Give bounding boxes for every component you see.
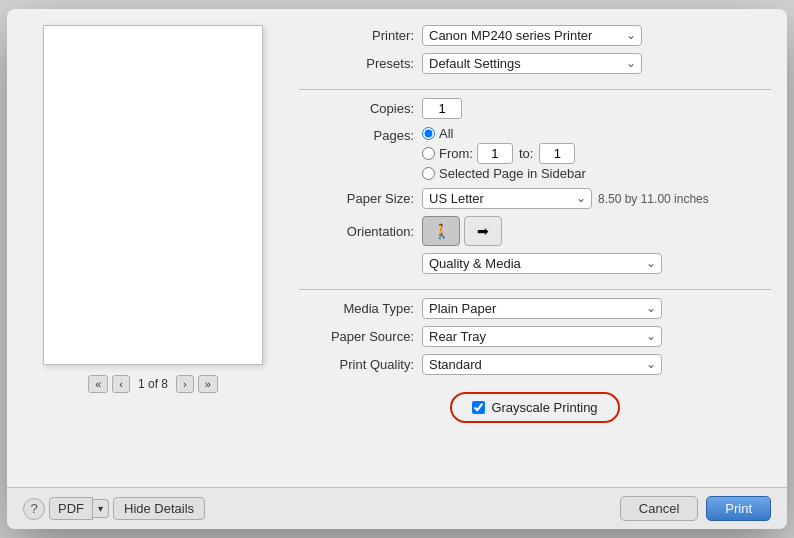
orientation-row: Orientation: 🚶 ➡ [299, 216, 771, 246]
pages-from-input[interactable] [477, 143, 513, 164]
paper-size-row: Paper Size: US Letter 8.50 by 11.00 inch… [299, 188, 771, 209]
page-preview [43, 25, 263, 365]
copies-input[interactable] [422, 98, 462, 119]
pages-from-radio[interactable] [422, 147, 435, 160]
orientation-section: 🚶 ➡ [422, 216, 502, 246]
paper-size-info: 8.50 by 11.00 inches [598, 192, 709, 206]
page-navigation: « ‹ 1 of 8 › » [88, 375, 218, 393]
pdf-arrow-button[interactable]: ▾ [93, 499, 109, 518]
print-quality-row: Print Quality: Standard [299, 354, 771, 375]
print-quality-select[interactable]: Standard [422, 354, 662, 375]
paper-size-select-wrapper[interactable]: US Letter [422, 188, 592, 209]
paper-source-label: Paper Source: [299, 329, 414, 344]
paper-size-label: Paper Size: [299, 191, 414, 206]
print-quality-select-wrapper[interactable]: Standard [422, 354, 662, 375]
media-type-select[interactable]: Plain Paper [422, 298, 662, 319]
section-select-wrapper[interactable]: Quality & Media [422, 253, 662, 274]
section-select[interactable]: Quality & Media [422, 253, 662, 274]
pages-section: All From: to: Selected Page in Sidebar [422, 126, 586, 181]
presets-label: Presets: [299, 56, 414, 71]
portrait-button[interactable]: 🚶 [422, 216, 460, 246]
print-quality-label: Print Quality: [299, 357, 414, 372]
paper-source-select[interactable]: Rear Tray [422, 326, 662, 347]
print-dialog: « ‹ 1 of 8 › » Printer: Canon MP240 seri… [7, 9, 787, 529]
pages-row: Pages: All From: to: Se [299, 126, 771, 181]
orientation-label: Orientation: [299, 224, 414, 239]
printer-select[interactable]: Canon MP240 series Printer [422, 25, 642, 46]
pages-to-label: to: [519, 146, 533, 161]
presets-select[interactable]: Default Settings [422, 53, 642, 74]
media-type-select-wrapper[interactable]: Plain Paper [422, 298, 662, 319]
pages-all-row: All [422, 126, 586, 141]
presets-row: Presets: Default Settings [299, 53, 771, 74]
help-button[interactable]: ? [23, 498, 45, 520]
first-page-button[interactable]: « [88, 375, 108, 393]
grayscale-label: Grayscale Printing [491, 400, 597, 415]
pages-sidebar-row: Selected Page in Sidebar [422, 166, 586, 181]
pages-range-row: From: to: [422, 143, 586, 164]
prev-page-button[interactable]: ‹ [112, 375, 130, 393]
presets-select-wrapper[interactable]: Default Settings [422, 53, 642, 74]
paper-source-row: Paper Source: Rear Tray [299, 326, 771, 347]
pdf-button[interactable]: PDF [49, 497, 93, 520]
pages-all-label: All [439, 126, 453, 141]
pages-sidebar-label: Selected Page in Sidebar [439, 166, 586, 181]
pages-label: Pages: [299, 128, 414, 143]
paper-source-select-wrapper[interactable]: Rear Tray [422, 326, 662, 347]
media-type-row: Media Type: Plain Paper [299, 298, 771, 319]
media-type-label: Media Type: [299, 301, 414, 316]
settings-panel: Printer: Canon MP240 series Printer Pres… [299, 25, 771, 471]
printer-select-wrapper[interactable]: Canon MP240 series Printer [422, 25, 642, 46]
copies-label: Copies: [299, 101, 414, 116]
next-page-button[interactable]: › [176, 375, 194, 393]
print-button[interactable]: Print [706, 496, 771, 521]
pages-all-radio[interactable] [422, 127, 435, 140]
footer-left: ? PDF ▾ Hide Details [23, 497, 205, 520]
printer-row: Printer: Canon MP240 series Printer [299, 25, 771, 46]
preview-panel: « ‹ 1 of 8 › » [23, 25, 283, 471]
page-info: 1 of 8 [138, 377, 168, 391]
copies-row: Copies: [299, 98, 771, 119]
dialog-footer: ? PDF ▾ Hide Details Cancel Print [7, 487, 787, 529]
cancel-button[interactable]: Cancel [620, 496, 698, 521]
landscape-button[interactable]: ➡ [464, 216, 502, 246]
pages-sidebar-radio[interactable] [422, 167, 435, 180]
printer-label: Printer: [299, 28, 414, 43]
grayscale-checkbox[interactable] [472, 401, 485, 414]
grayscale-oval: Grayscale Printing [450, 392, 619, 423]
pdf-select-wrapper: PDF ▾ [49, 497, 109, 520]
last-page-button[interactable]: » [198, 375, 218, 393]
pages-from-label: From: [439, 146, 473, 161]
hide-details-button[interactable]: Hide Details [113, 497, 205, 520]
grayscale-section: Grayscale Printing [299, 392, 771, 423]
section-row: Quality & Media [299, 253, 771, 274]
paper-size-select[interactable]: US Letter [422, 188, 592, 209]
pages-to-input[interactable] [539, 143, 575, 164]
footer-right: Cancel Print [620, 496, 771, 521]
